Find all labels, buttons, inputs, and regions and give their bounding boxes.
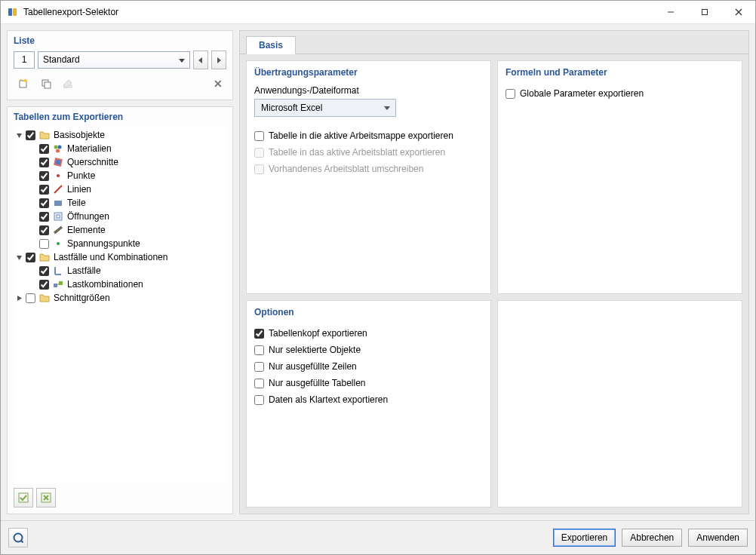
tree-checkbox[interactable] — [26, 253, 35, 262]
opt-active-workbook-checkbox[interactable] — [254, 131, 264, 141]
tree-item[interactable]: Punkte — [14, 169, 226, 182]
svg-point-10 — [24, 79, 27, 82]
tree-item-label: Materialien — [67, 143, 112, 154]
clear-list-button[interactable]: ✕ — [210, 75, 226, 92]
liste-index[interactable]: 1 — [14, 51, 35, 69]
format-select[interactable]: Microsoft Excel — [254, 99, 396, 117]
tree-checkbox[interactable] — [39, 212, 49, 222]
opt-filled-tables[interactable]: Nur ausgefüllte Tabellen — [254, 375, 483, 391]
tree-item[interactable]: Spannungspunkte — [14, 237, 226, 250]
opt-header[interactable]: Tabellenkopf exportieren — [254, 325, 483, 342]
new-list-button[interactable] — [14, 74, 33, 94]
opt-selected-label: Nur selektierte Objekte — [269, 345, 361, 355]
tree-item-label: Schnittgrößen — [54, 293, 110, 303]
tree-item[interactable]: Teile — [14, 196, 226, 210]
svg-marker-35 — [17, 296, 22, 301]
select-all-button[interactable] — [14, 488, 33, 507]
close-button[interactable] — [721, 1, 755, 23]
tree-legend: Tabellen zum Exportieren — [14, 112, 226, 122]
point-icon — [52, 170, 64, 182]
tree-checkbox[interactable] — [26, 130, 35, 140]
svg-point-21 — [57, 174, 60, 177]
opt-filled-tables-checkbox[interactable] — [254, 379, 264, 388]
rename-list-button[interactable] — [59, 74, 78, 94]
apply-button[interactable]: Anwenden — [688, 529, 748, 547]
liste-prev-button[interactable] — [193, 51, 208, 69]
tree-checkbox[interactable] — [39, 266, 49, 276]
minimize-button[interactable] — [653, 1, 687, 23]
tree-item[interactable]: Lastfälle — [14, 264, 226, 278]
left-column: Liste 1 Standard — [7, 30, 233, 514]
tree-item-label: Punkte — [67, 170, 95, 181]
tree-checkbox[interactable] — [39, 239, 49, 249]
opt-filled-rows-checkbox[interactable] — [254, 362, 264, 372]
tree-checkbox[interactable] — [39, 158, 49, 167]
sections-icon — [52, 156, 64, 168]
footer: Exportieren Abbrechen Anwenden — [1, 520, 755, 554]
help-button[interactable] — [8, 528, 28, 547]
liste-combo-value: Standard — [43, 54, 80, 65]
tree-item[interactable]: Schnittgrößen — [14, 291, 226, 305]
export-button[interactable]: Exportieren — [553, 529, 616, 547]
tree-toggle-icon[interactable] — [15, 295, 23, 302]
opt-active-workbook-label: Tabelle in die aktive Arbeitsmappe expor… — [269, 130, 453, 141]
tree-item[interactable]: Querschnitte — [14, 155, 226, 169]
opt-selected[interactable]: Nur selektierte Objekte — [254, 342, 483, 358]
tree-item[interactable]: Elemente — [14, 223, 226, 237]
tree-item[interactable]: Öffnungen — [14, 210, 226, 223]
loadcombo-icon — [52, 278, 64, 290]
tree-item[interactable]: Lastkombinationen — [14, 278, 226, 291]
svg-rect-3 — [702, 10, 707, 15]
opt-global-params-checkbox[interactable] — [506, 89, 515, 99]
tree-item-label: Elemente — [67, 225, 106, 235]
tree-item-label: Querschnitte — [67, 157, 118, 167]
app-icon — [7, 6, 19, 18]
svg-point-40 — [14, 534, 23, 542]
opt-plaintext-checkbox[interactable] — [254, 395, 264, 405]
tree-item-label: Lastfälle — [67, 265, 101, 276]
maximize-button[interactable] — [687, 1, 721, 23]
opt-active-workbook[interactable]: Tabelle in die aktive Arbeitsmappe expor… — [254, 127, 483, 144]
svg-rect-20 — [55, 159, 60, 164]
tree-toggle-icon[interactable] — [15, 132, 23, 139]
tree-checkbox[interactable] — [26, 293, 35, 303]
loadcase-icon — [52, 265, 64, 277]
transfer-panel: Übertragungsparameter Anwendungs-/Dateif… — [246, 60, 491, 294]
svg-marker-6 — [198, 57, 202, 63]
opt-plaintext[interactable]: Daten als Klartext exportieren — [254, 391, 483, 408]
liste-group: Liste 1 Standard — [7, 30, 233, 100]
options-panel: Optionen Tabellenkopf exportieren Nur se… — [246, 300, 491, 507]
tree-checkbox[interactable] — [39, 144, 49, 154]
cancel-button[interactable]: Abbrechen — [622, 529, 682, 547]
tree-item[interactable]: Materialien — [14, 142, 226, 155]
opt-header-checkbox[interactable] — [254, 329, 264, 339]
svg-point-28 — [57, 242, 60, 245]
tree-item[interactable]: Lastfälle und Kombinationen — [14, 250, 226, 264]
deselect-all-button[interactable] — [36, 488, 56, 507]
tree-checkbox[interactable] — [39, 171, 49, 181]
tree-toggle-icon[interactable] — [15, 254, 23, 261]
tree-checkbox[interactable] — [39, 225, 49, 235]
liste-next-button[interactable] — [211, 51, 226, 69]
svg-marker-29 — [17, 256, 22, 260]
opt-global-params[interactable]: Globale Parameter exportieren — [506, 85, 734, 102]
opt-selected-checkbox[interactable] — [254, 345, 264, 355]
svg-point-16 — [54, 146, 58, 149]
tree-checkbox[interactable] — [39, 198, 49, 208]
tree-scroll[interactable]: BasisobjekteMaterialienQuerschnittePunkt… — [14, 127, 226, 483]
materials-icon — [52, 143, 64, 155]
opt-plaintext-label: Daten als Klartext exportieren — [269, 394, 388, 405]
tree-checkbox[interactable] — [39, 280, 49, 290]
svg-rect-25 — [57, 215, 60, 218]
transfer-legend: Übertragungsparameter — [254, 67, 483, 78]
titlebar: Tabellenexport-Selektor — [1, 1, 755, 24]
tab-basis[interactable]: Basis — [246, 36, 296, 54]
tree-checkbox[interactable] — [39, 185, 49, 195]
liste-combo[interactable]: Standard — [38, 51, 190, 69]
copy-list-button[interactable] — [36, 74, 56, 94]
tree-item[interactable]: Basisobjekte — [14, 128, 226, 142]
svg-rect-36 — [19, 493, 28, 502]
tabstrip: Basis — [240, 31, 748, 54]
opt-filled-rows[interactable]: Nur ausgefüllte Zeilen — [254, 358, 483, 375]
tree-item[interactable]: Linien — [14, 182, 226, 196]
